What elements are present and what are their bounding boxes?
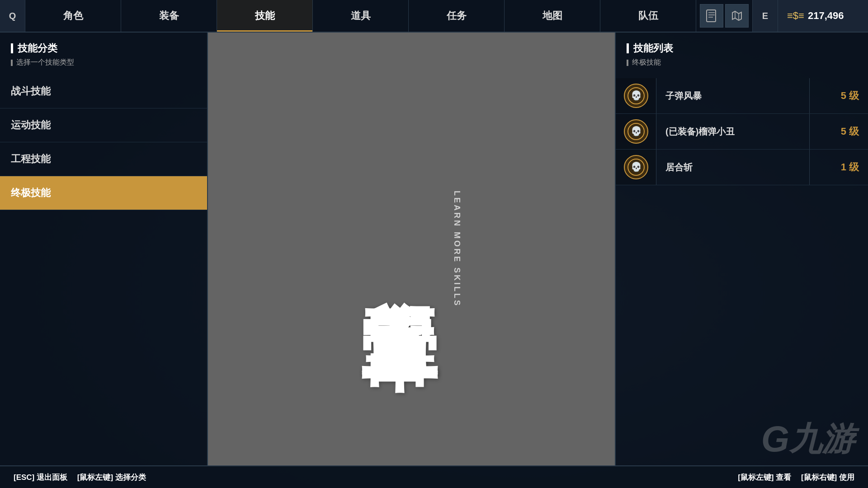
- skill-list-title: 技能列表: [616, 42, 868, 58]
- currency-icon: ≡$≡: [787, 10, 804, 22]
- hint-action-exit: 退出面板: [37, 473, 75, 482]
- skill-item-grenade-clown[interactable]: 💀 (已装备)榴弹小丑 5 级: [616, 114, 868, 150]
- tab-equipment[interactable]: 装备: [121, 0, 217, 32]
- tab-map[interactable]: 地图: [505, 0, 600, 32]
- skill-category-list: 战斗技能 运动技能 工程技能 终极技能: [0, 75, 207, 210]
- right-skill-list-panel: 技能列表 终极技能 💀 子弹风暴 5 级: [615, 33, 868, 465]
- tab-character[interactable]: 角色: [25, 0, 121, 32]
- main-content: 技能分类 选择一个技能类型 战斗技能 运动技能 工程技能 终极技能 學富五車 L…: [0, 33, 868, 465]
- skill-level-grenade-clown: 5 级: [809, 114, 868, 149]
- skill-name-grenade-clown: (已装备)榴弹小丑: [656, 126, 809, 138]
- skill-icon-area-2: 💀: [616, 114, 656, 149]
- tab-items[interactable]: 道具: [313, 0, 409, 32]
- center-banner: 學富五車 LEARN MORE SKILLS: [208, 33, 615, 465]
- bottom-right-hints: [鼠标左键] 查看 [鼠标右键] 使用: [738, 472, 854, 483]
- bottom-left-hints: [ESC] 退出面板 [鼠标左键] 选择分类: [14, 472, 146, 483]
- svg-text:💀: 💀: [630, 126, 642, 136]
- hint-key-lmb-view: [鼠标左键]: [738, 473, 774, 482]
- left-skill-panel: 技能分类 选择一个技能类型 战斗技能 运动技能 工程技能 终极技能: [0, 33, 208, 465]
- skill-icon-area-3: 💀: [616, 150, 656, 185]
- currency-amount: 217,496: [808, 10, 844, 22]
- key-e-label: E: [752, 0, 778, 32]
- currency-display: ≡$≡ 217,496: [778, 0, 868, 32]
- nav-icon-buttons: [696, 0, 752, 32]
- banner-sub-text: LEARN MORE SKILLS: [452, 191, 462, 307]
- hint-key-lmb-left: [鼠标左键]: [77, 473, 113, 482]
- skill-item-iaido[interactable]: 💀 居合斩 1 级: [616, 150, 868, 185]
- hint-action-select: 选择分类: [115, 473, 146, 482]
- skill-icon-grenade-clown: 💀: [624, 119, 648, 144]
- tab-team[interactable]: 队伍: [600, 0, 696, 32]
- skill-level-bullet-storm: 5 级: [809, 78, 868, 113]
- skill-icon-bullet-storm: 💀: [624, 84, 648, 108]
- svg-rect-0: [707, 10, 716, 22]
- banner-text-group: 學富五車 LEARN MORE SKILLS: [362, 191, 462, 307]
- skill-category-subtitle: 选择一个技能类型: [0, 58, 207, 75]
- tab-missions[interactable]: 任务: [409, 0, 505, 32]
- banner-main-text: 學富五車: [362, 240, 439, 258]
- skill-icon-area-1: 💀: [616, 78, 656, 113]
- skill-item-bullet-storm[interactable]: 💀 子弹风暴 5 级: [616, 78, 868, 114]
- main-ui: Q 角色 装备 技能 道具 任务 地图 队伍: [0, 0, 868, 488]
- skill-name-iaido: 居合斩: [656, 161, 809, 174]
- skill-list-subtitle: 终极技能: [616, 58, 868, 75]
- hint-key-esc: [ESC]: [14, 473, 34, 482]
- skill-category-title: 技能分类: [0, 42, 207, 58]
- skill-list: 💀 子弹风暴 5 级 💀: [616, 78, 868, 185]
- hint-key-rmb-use: [鼠标右键]: [801, 473, 837, 482]
- svg-text:💀: 💀: [630, 161, 642, 172]
- skill-name-bullet-storm: 子弹风暴: [656, 90, 809, 102]
- top-nav-bar: Q 角色 装备 技能 道具 任务 地图 队伍: [0, 0, 868, 33]
- category-combat[interactable]: 战斗技能: [0, 75, 207, 108]
- notebook-icon-button[interactable]: [700, 4, 723, 28]
- category-ultimate[interactable]: 终极技能: [0, 176, 207, 210]
- skill-icon-iaido: 💀: [624, 155, 648, 179]
- nav-tabs-container: 角色 装备 技能 道具 任务 地图 队伍: [25, 0, 696, 32]
- key-q-label: Q: [0, 0, 25, 32]
- skill-level-iaido: 1 级: [809, 150, 868, 185]
- category-engineering[interactable]: 工程技能: [0, 142, 207, 176]
- center-panel: 學富五車 LEARN MORE SKILLS: [208, 33, 615, 465]
- map-icon-button[interactable]: [725, 4, 749, 28]
- category-movement[interactable]: 运动技能: [0, 108, 207, 142]
- hint-action-view: 查看: [776, 473, 799, 482]
- hint-action-use: 使用: [839, 473, 854, 482]
- bottom-hint-bar: [ESC] 退出面板 [鼠标左键] 选择分类 [鼠标左键] 查看 [鼠标右键] …: [0, 465, 868, 488]
- svg-text:💀: 💀: [630, 90, 642, 101]
- tab-skills[interactable]: 技能: [217, 0, 313, 32]
